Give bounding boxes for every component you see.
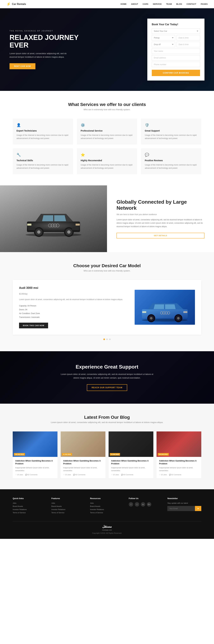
services-section: What Services we offer to our clients Wh… [0, 91, 214, 186]
blog-likes: ♡ 15 Likes [15, 474, 23, 476]
car-spec-item: Air Condition: Duel Zone [19, 312, 128, 315]
book-car-button[interactable]: BOOK THIS CAR NOW [19, 323, 48, 328]
global-tagline: We are here to listen from you deliver e… [117, 213, 205, 216]
blog-date: 6 JAN 2018 [110, 453, 120, 456]
rent-car-button[interactable]: RENT CAR NOW [9, 63, 35, 69]
nav-link-pages[interactable]: PAGES [201, 3, 208, 5]
get-details-button[interactable]: GET DETAILS [117, 233, 205, 238]
car-name: Audi 3000 msi [19, 286, 128, 290]
newsletter-submit-button[interactable]: ➤ [195, 506, 201, 511]
carousel-dot-2[interactable] [106, 338, 108, 340]
footer-link[interactable]: Jobs [51, 502, 85, 504]
blog-body: Addiction When Gambling Becomes A Proble… [61, 457, 105, 478]
service-desc: Usage of the Internet is becoming more c… [81, 134, 133, 140]
car-details: Audi 3000 msi $149/day Lorem ipsum dolor… [19, 286, 128, 328]
service-desc: Usage of the Internet is becoming more c… [81, 163, 133, 170]
blog-image: 6 JAN 2018 [109, 432, 153, 457]
blog-post-title[interactable]: Addiction When Gambling Becomes A Proble… [63, 460, 103, 465]
pickup-select[interactable]: Pickup [152, 35, 175, 40]
footer-link[interactable]: Brand Assets [13, 505, 47, 507]
nav-link-blog[interactable]: BLOG [176, 3, 182, 5]
email-input[interactable] [152, 55, 200, 60]
blog-meta: ♡ 15 Likes 💬 03 Comments [111, 474, 151, 476]
footer-col-1: FeaturesJobsBrand AssetsInvestor Relatio… [51, 497, 85, 515]
footer-link[interactable]: Terms of Service [13, 512, 47, 514]
svg-point-23 [177, 317, 180, 320]
nav-link-contact[interactable]: CONTACT [187, 3, 196, 5]
select-car-dropdown[interactable]: Select Your Car [152, 28, 200, 34]
nav-link-about[interactable]: ABOUT [131, 3, 138, 5]
footer-brand: مستقل [13, 524, 201, 528]
global-description: Lorem ipsum dolor sit amet, consectetur … [117, 218, 205, 228]
newsletter-desc: Stay update with our latest [167, 502, 201, 504]
blog-excerpt: Inappropriate behavior ipsum dolor sit a… [111, 466, 151, 472]
newsletter-email-input[interactable] [167, 506, 195, 511]
confirm-booking-button[interactable]: CONFIRM CAR BOOKING [152, 70, 200, 76]
footer-col-title: Features [51, 497, 85, 500]
pickup-date-input[interactable] [177, 35, 200, 40]
social-icon[interactable]: t [135, 502, 139, 506]
social-icon[interactable]: G+ [147, 502, 151, 506]
footer-col-title: Newsletter [167, 497, 201, 500]
carousel-dot-1[interactable] [103, 338, 105, 340]
svg-rect-15 [72, 227, 79, 230]
newsletter-form: ➤ [167, 506, 201, 511]
blog-title: Latest From Our Blog [13, 415, 201, 420]
footer-link[interactable]: Investor Relations [51, 508, 85, 510]
hero-content: THE ROYAL ESSENCE OF JOURNEY RELAXED JOU… [0, 20, 92, 79]
nav-link-home[interactable]: HOME [121, 3, 127, 5]
phone-input[interactable] [152, 62, 200, 67]
car-spec-item: Transmission: Automatic [19, 315, 128, 319]
footer-link[interactable]: Investor Relations [13, 508, 47, 510]
logo[interactable]: ⚡ Car Rentals [6, 2, 26, 6]
footer-links: JobsBrand AssetsInvestor RelationsTerms … [90, 502, 124, 514]
blog-image: 16 JAN 2018 [157, 432, 201, 457]
service-title: Professional Service [81, 130, 133, 132]
reach-support-button[interactable]: REACH OUR SUPPORT TEAM [87, 384, 127, 391]
dropoff-select[interactable]: Drop off [152, 42, 175, 47]
footer: Quick linksJobsBrand AssetsInvestor Rela… [0, 489, 214, 539]
service-desc: Usage of the Internet is becoming more c… [145, 134, 198, 140]
footer-link[interactable]: Terms of Service [51, 512, 85, 514]
nav-link-cars[interactable]: CARS [143, 3, 148, 5]
blog-section: Latest From Our Blog Lorem ipsum dolor s… [0, 404, 214, 490]
footer-link[interactable]: Jobs [13, 502, 47, 504]
nav-link-service[interactable]: SERVICE [153, 3, 162, 5]
service-card: ⚙️ Professional Service Usage of the Int… [77, 119, 137, 144]
blog-comments: 💬 02 Comments [169, 474, 181, 476]
navbar: ⚡ Car Rentals HOMEABOUTCARSSERVICETEAMBL… [0, 0, 214, 8]
booking-form-title: Book Your Car Today! [152, 23, 200, 26]
footer-col-title: Resources [90, 497, 124, 500]
social-links: ftinG+ [129, 502, 163, 506]
footer-link[interactable]: Jobs [90, 502, 124, 504]
nav-link-team[interactable]: TEAM [166, 3, 172, 5]
blog-post-title[interactable]: Addiction When Gambling Becomes A Proble… [15, 460, 55, 465]
service-icon: 👤 [16, 123, 69, 127]
svg-rect-12 [27, 224, 31, 226]
audi-car-illustration [136, 291, 193, 323]
footer-link[interactable]: Terms of Service [90, 512, 124, 514]
footer-bottom: مستقل mostaql.com Copyright ©2018. All R… [13, 521, 201, 534]
hero-tagline: THE ROYAL ESSENCE OF JOURNEY [9, 30, 83, 32]
footer-col-3: Follow UsftinG+ [129, 497, 163, 515]
svg-point-20 [150, 317, 152, 320]
carousel-dot-3[interactable] [109, 338, 111, 340]
service-card: 💬 Positive Reviews Usage of the Internet… [141, 148, 201, 174]
footer-link[interactable]: Brand Assets [51, 505, 85, 507]
car-spec-item: Capacity: 04 Person [19, 304, 128, 308]
social-icon[interactable]: f [129, 502, 133, 506]
blog-body: Addiction When Gambling Becomes A Proble… [13, 457, 57, 478]
blog-post-title[interactable]: Addiction When Gambling Becomes A Proble… [159, 460, 199, 465]
logo-text: Car Rentals [12, 3, 26, 6]
footer-links: JobsBrand AssetsInvestor RelationsTerms … [13, 502, 47, 514]
footer-link[interactable]: Investor Relations [90, 508, 124, 510]
service-icon: ⚙️ [81, 123, 133, 127]
blog-post-title[interactable]: Addiction When Gambling Becomes A Proble… [111, 460, 151, 465]
service-icon: 🛡️ [145, 123, 198, 127]
blog-subtitle: Lorem ipsum dolor sit amet, consectetur … [13, 421, 201, 424]
name-input[interactable] [152, 48, 200, 54]
social-icon[interactable]: in [141, 502, 145, 506]
footer-link[interactable]: Brand Assets [90, 505, 124, 507]
support-content: Experience Great Support Lorem ipsum dol… [13, 364, 201, 391]
dropoff-date-input[interactable] [177, 42, 200, 47]
